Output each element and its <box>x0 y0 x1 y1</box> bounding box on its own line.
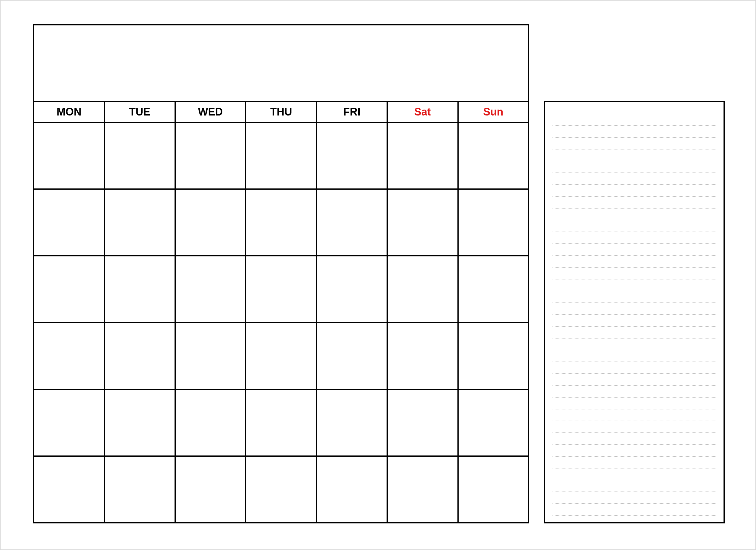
notes-line <box>553 492 716 504</box>
notes-line <box>553 409 716 421</box>
notes-line <box>553 445 716 457</box>
calendar-cell <box>458 323 529 389</box>
calendar-cell <box>387 456 458 523</box>
notes-line <box>553 504 716 516</box>
notes-line <box>553 149 716 161</box>
notes-line <box>553 126 716 138</box>
notes-line <box>553 291 716 303</box>
day-header-tue: TUE <box>104 102 175 122</box>
calendar-cell <box>246 256 316 323</box>
calendar-cell <box>458 456 529 523</box>
notes-line <box>553 114 716 126</box>
calendar-block: MON TUE WED THU FRI Sat Sun <box>33 24 529 523</box>
calendar-title-box <box>33 24 529 101</box>
notes-line <box>553 244 716 256</box>
calendar-cell <box>246 456 316 523</box>
calendar-row <box>34 389 529 456</box>
calendar-cell <box>175 323 246 389</box>
calendar-header-row: MON TUE WED THU FRI Sat Sun <box>34 102 529 122</box>
calendar-cell <box>246 323 316 389</box>
notes-line <box>553 161 716 173</box>
notes-line <box>553 433 716 445</box>
notes-line <box>553 232 716 244</box>
notes-line <box>553 339 716 350</box>
calendar-row <box>34 323 529 389</box>
calendar-cell <box>104 389 175 456</box>
calendar-cell <box>458 189 529 256</box>
notes-line <box>553 362 716 374</box>
calendar-cell <box>317 256 387 323</box>
calendar-cell <box>175 122 246 189</box>
notes-line <box>553 327 716 339</box>
calendar-cell <box>34 323 104 389</box>
calendar-cell <box>175 189 246 256</box>
calendar-cell <box>104 122 175 189</box>
calendar-cell <box>458 389 529 456</box>
calendar-cell <box>104 323 175 389</box>
calendar-cell <box>317 456 387 523</box>
calendar-cell <box>387 389 458 456</box>
notes-line <box>553 350 716 362</box>
calendar-cell <box>34 122 104 189</box>
calendar-cell <box>387 323 458 389</box>
calendar-cell <box>387 122 458 189</box>
calendar-row <box>34 122 529 189</box>
calendar-cell <box>317 323 387 389</box>
calendar-cell <box>387 189 458 256</box>
calendar-cell <box>175 256 246 323</box>
calendar-row <box>34 256 529 323</box>
calendar-cell <box>317 389 387 456</box>
calendar-cell <box>34 189 104 256</box>
notes-line <box>553 398 716 409</box>
day-header-sat: Sat <box>387 102 458 122</box>
calendar-cell <box>104 256 175 323</box>
notes-line <box>553 268 716 279</box>
notes-line <box>553 468 716 480</box>
notes-line <box>553 209 716 220</box>
notes-line <box>553 421 716 433</box>
calendar-cell <box>246 189 316 256</box>
calendar-cell <box>34 456 104 523</box>
notes-line <box>553 256 716 268</box>
notes-line <box>553 220 716 232</box>
calendar-cell <box>246 122 316 189</box>
calendar-cell <box>246 389 316 456</box>
calendar-cell <box>104 456 175 523</box>
calendar-cell <box>317 122 387 189</box>
notes-line <box>553 138 716 149</box>
calendar-cell <box>175 389 246 456</box>
calendar-cell <box>458 256 529 323</box>
calendar-grid: MON TUE WED THU FRI Sat Sun <box>33 101 529 523</box>
calendar-cell <box>104 189 175 256</box>
calendar-cell <box>34 389 104 456</box>
calendar-cell <box>34 256 104 323</box>
page-frame: MON TUE WED THU FRI Sat Sun <box>0 0 756 550</box>
notes-line <box>553 457 716 468</box>
notes-line <box>553 480 716 492</box>
notes-line <box>553 374 716 386</box>
notes-block <box>544 101 725 523</box>
notes-line <box>553 279 716 291</box>
notes-line <box>553 303 716 315</box>
calendar-row <box>34 456 529 523</box>
day-header-fri: FRI <box>317 102 387 122</box>
notes-line <box>553 185 716 197</box>
day-header-mon: MON <box>34 102 104 122</box>
day-header-wed: WED <box>175 102 246 122</box>
notes-line <box>553 173 716 185</box>
calendar-cell <box>175 456 246 523</box>
calendar-cell <box>458 122 529 189</box>
notes-line <box>553 315 716 327</box>
notes-line <box>553 386 716 398</box>
calendar-cell <box>387 256 458 323</box>
calendar-body <box>34 122 529 523</box>
calendar-row <box>34 189 529 256</box>
day-header-sun: Sun <box>458 102 529 122</box>
day-header-thu: THU <box>246 102 316 122</box>
calendar-cell <box>317 189 387 256</box>
notes-line <box>553 197 716 209</box>
